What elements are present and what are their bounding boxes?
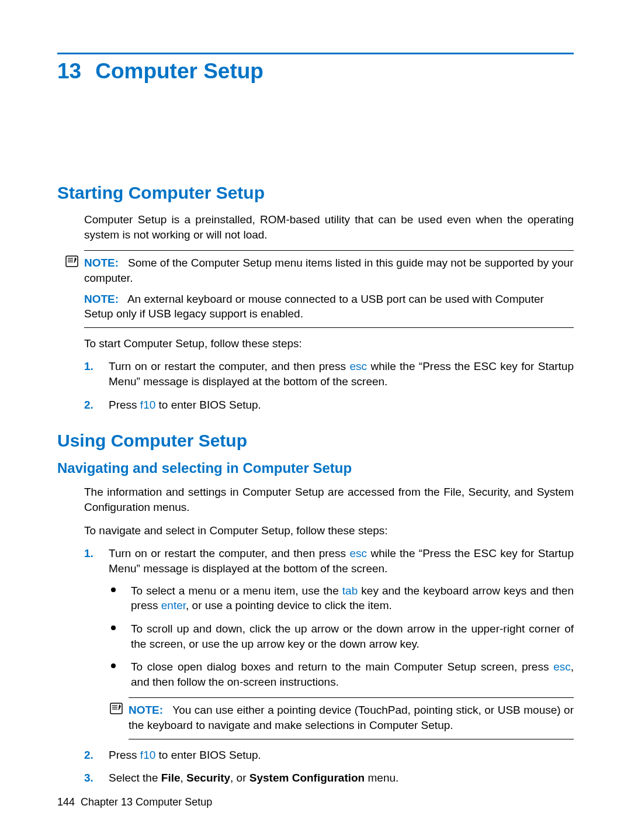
key-enter: enter — [161, 599, 186, 611]
lead-paragraph: To start Computer Setup, follow these st… — [84, 336, 574, 351]
key-esc: esc — [349, 360, 367, 372]
key-f10: f10 — [140, 749, 155, 761]
step-text: to enter BIOS Setup. — [155, 749, 261, 761]
section-body: Computer Setup is a preinstalled, ROM-ba… — [84, 212, 574, 412]
page-content: 13Computer Setup Starting Computer Setup… — [0, 0, 631, 786]
section-heading-using: Using Computer Setup — [57, 431, 574, 451]
key-esc: esc — [553, 661, 571, 673]
note-block: NOTE: You can use either a pointing devi… — [129, 697, 574, 739]
chapter-title: 13Computer Setup — [57, 59, 574, 84]
paragraph: The information and settings in Computer… — [84, 485, 574, 514]
ordered-steps: 1. Turn on or restart the computer, and … — [84, 546, 574, 786]
step-text: to enter BIOS Setup. — [155, 399, 261, 411]
intro-paragraph: Computer Setup is a preinstalled, ROM-ba… — [84, 212, 574, 242]
note-icon — [110, 703, 123, 714]
chapter-rule — [57, 53, 574, 54]
step-text: Turn on or restart the computer, and the… — [109, 360, 349, 372]
list-item: To select a menu or a menu item, use the… — [109, 583, 574, 613]
note-block: NOTE: Some of the Computer Setup menu it… — [84, 250, 574, 328]
key-tab: tab — [342, 585, 358, 597]
list-item: 2. Press f10 to enter BIOS Setup. — [84, 748, 574, 763]
ordered-steps: 1. Turn on or restart the computer, and … — [84, 359, 574, 412]
note-label: NOTE: — [84, 257, 119, 269]
step-marker: 1. — [84, 546, 93, 561]
step-marker: 2. — [84, 748, 93, 763]
key-f10: f10 — [140, 399, 155, 411]
step-text: Press — [109, 749, 140, 761]
step-text: Select the — [109, 772, 161, 784]
note-paragraph: NOTE: Some of the Computer Setup menu it… — [84, 255, 574, 285]
list-item: To close open dialog boxes and return to… — [109, 659, 574, 689]
menu-file: File — [161, 772, 181, 784]
section-body: The information and settings in Computer… — [84, 485, 574, 786]
step-marker: 3. — [84, 770, 93, 786]
chapter-number: 13 — [57, 59, 81, 84]
bullet-text: To select a menu or a menu item, use the — [131, 585, 342, 597]
step-marker: 1. — [84, 359, 93, 374]
list-item: 1. Turn on or restart the computer, and … — [84, 546, 574, 739]
paragraph: To navigate and select in Computer Setup… — [84, 523, 574, 538]
subsection-heading-navigating: Navigating and selecting in Computer Set… — [57, 460, 574, 476]
list-item: To scroll up and down, click the up arro… — [109, 621, 574, 651]
step-text: , — [181, 772, 187, 784]
step-marker: 2. — [84, 397, 93, 413]
footer-label: Chapter 13 Computer Setup — [81, 796, 212, 808]
svg-rect-4 — [110, 703, 122, 714]
note-paragraph: NOTE: An external keyboard or mouse conn… — [84, 292, 574, 322]
list-item: 3. Select the File, Security, or System … — [84, 770, 574, 786]
note-text: You can use either a pointing device (To… — [129, 704, 574, 731]
page-footer: 144 Chapter 13 Computer Setup — [57, 796, 212, 808]
svg-rect-0 — [66, 256, 78, 267]
note-label: NOTE: — [84, 293, 119, 305]
bullet-text: , or use a pointing device to click the … — [186, 599, 392, 611]
step-text: menu. — [365, 772, 398, 784]
step-text: Turn on or restart the computer, and the… — [109, 547, 349, 559]
list-item: 1. Turn on or restart the computer, and … — [84, 359, 574, 389]
list-item: 2. Press f10 to enter BIOS Setup. — [84, 397, 574, 413]
step-text: , or — [230, 772, 249, 784]
note-text: Some of the Computer Setup menu items li… — [84, 257, 573, 284]
key-esc: esc — [349, 547, 367, 559]
bullet-list: To select a menu or a menu item, use the… — [109, 583, 574, 690]
menu-sysconfig: System Configuration — [249, 772, 365, 784]
section-heading-starting: Starting Computer Setup — [57, 183, 574, 203]
note-icon — [65, 255, 78, 267]
bullet-text: To scroll up and down, click the up arro… — [131, 623, 574, 650]
menu-security: Security — [186, 772, 230, 784]
note-paragraph: NOTE: You can use either a pointing devi… — [129, 703, 574, 732]
note-label: NOTE: — [129, 704, 163, 716]
note-text: An external keyboard or mouse connected … — [84, 293, 544, 320]
step-text: Press — [109, 399, 140, 411]
bullet-text: To close open dialog boxes and return to… — [131, 661, 553, 673]
page-number: 144 — [57, 796, 75, 808]
chapter-name: Computer Setup — [95, 59, 264, 83]
